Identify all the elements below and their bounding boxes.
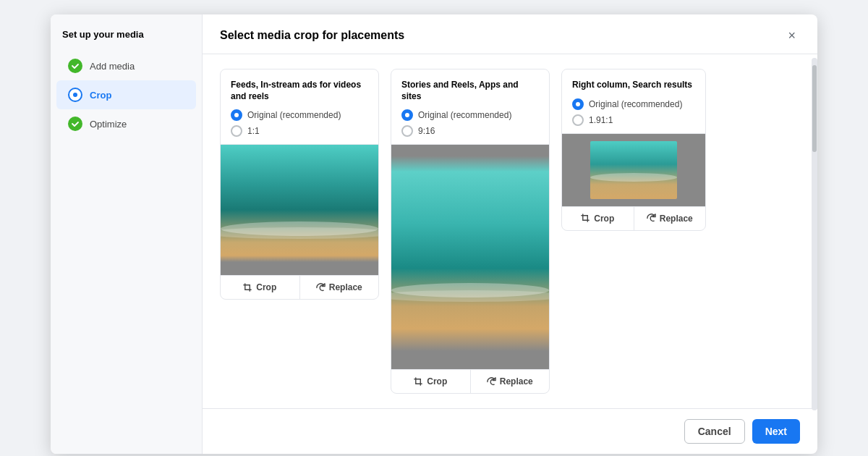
dialog-header: Select media crop for placements × [203, 14, 817, 54]
crop-icon-stories [414, 377, 423, 387]
wave-stories-2 [391, 290, 549, 302]
panel-feeds-option-original-label: Original (recommended) [247, 110, 341, 120]
dialog-title: Select media crop for placements [220, 29, 404, 42]
dialog-body: Select media crop for placements × Feeds… [203, 14, 817, 454]
dialog-footer: Cancel Next [203, 408, 817, 454]
add-media-step-icon [68, 59, 82, 73]
crop-icon-right [581, 214, 590, 223]
panel-stories-header: Stories and Reels, Apps and sites Origin… [391, 69, 549, 145]
panel-feeds-actions: Crop Replace [221, 275, 378, 299]
panel-stories-actions: Crop Replace [391, 369, 549, 393]
cancel-button[interactable]: Cancel [684, 419, 745, 444]
radio-9-16-indicator [401, 125, 413, 137]
sidebar-item-add-media-label: Add media [90, 61, 135, 72]
panel-stories-radio-group: Original (recommended) 9:16 [401, 109, 539, 137]
panel-stories-replace-label: Replace [500, 376, 533, 387]
beach-bg-feeds [221, 145, 378, 275]
panel-right-column-header: Right column, Search results Original (r… [562, 69, 705, 134]
radio-stories-original-indicator [401, 109, 413, 121]
panel-right-column-image-wrapper [562, 134, 705, 206]
panel-right-column-option-original-label: Original (recommended) [589, 99, 682, 109]
close-button[interactable]: × [783, 28, 800, 43]
wave2-1 [221, 227, 378, 239]
panel-feeds-radio-group: Original (recommended) 1:1 [231, 109, 368, 137]
panel-feeds-crop-button[interactable]: Crop [221, 276, 300, 299]
sidebar-item-crop[interactable]: Crop [56, 80, 196, 109]
panel-feeds-option-1-1[interactable]: 1:1 [231, 125, 368, 137]
panel-right-column-image [590, 141, 677, 199]
panel-stories-option-original-label: Original (recommended) [418, 110, 511, 120]
panel-right-column: Right column, Search results Original (r… [561, 69, 706, 231]
sidebar-title: Set up your media [51, 29, 202, 51]
placement-panels: Feeds, In-stream ads for videos and reel… [203, 54, 817, 408]
panel-feeds-option-original[interactable]: Original (recommended) [231, 109, 368, 121]
sidebar-item-optimize[interactable]: Optimize [56, 109, 196, 138]
setup-sidebar: Set up your media Add media Crop [51, 14, 203, 454]
panel-stories-option-original[interactable]: Original (recommended) [401, 109, 539, 121]
panel-stories-title: Stories and Reels, Apps and sites [401, 80, 539, 102]
panel-stories-crop-label: Crop [427, 376, 447, 387]
panel-right-column-replace-label: Replace [660, 214, 693, 224]
panel-right-column-option-original[interactable]: Original (recommended) [572, 98, 695, 110]
panel-feeds-title: Feeds, In-stream ads for videos and reel… [231, 80, 368, 102]
panel-feeds-replace-label: Replace [329, 282, 362, 292]
panel-feeds-crop-label: Crop [256, 282, 276, 292]
replace-icon-stories [487, 377, 496, 387]
panel-right-column-title: Right column, Search results [572, 80, 695, 91]
replace-icon [316, 283, 326, 292]
panel-right-column-radio-group: Original (recommended) 1.91:1 [572, 98, 695, 126]
next-button[interactable]: Next [752, 419, 800, 444]
radio-right-original-indicator [572, 98, 584, 110]
modal: Set up your media Add media Crop [51, 14, 817, 454]
panel-stories-replace-button[interactable]: Replace [471, 370, 550, 393]
panel-right-column-replace-button[interactable]: Replace [634, 207, 706, 230]
radio-original-indicator [231, 109, 242, 121]
optimize-step-icon [68, 117, 82, 131]
panel-stories-option-9-16-label: 9:16 [418, 126, 435, 136]
panel-right-column-actions: Crop Replace [562, 206, 705, 230]
panel-feeds-header: Feeds, In-stream ads for videos and reel… [221, 69, 378, 145]
radio-1-1-indicator [231, 125, 242, 137]
crop-step-icon [68, 88, 82, 102]
panel-right-column-crop-label: Crop [594, 214, 614, 224]
panel-right-column-option-191-label: 1.91:1 [589, 115, 613, 125]
scrollbar[interactable] [812, 58, 817, 410]
radio-191-indicator [572, 114, 584, 126]
panel-right-column-option-191[interactable]: 1.91:1 [572, 114, 695, 126]
sidebar-item-add-media[interactable]: Add media [56, 51, 196, 80]
panel-feeds-option-1-1-label: 1:1 [247, 126, 260, 136]
panel-stories: Stories and Reels, Apps and sites Origin… [391, 69, 550, 394]
sidebar-item-crop-label: Crop [90, 90, 111, 101]
panel-right-column-crop-button[interactable]: Crop [562, 207, 634, 230]
beach-bg-right [590, 141, 677, 199]
wave-right [590, 173, 677, 182]
replace-icon-right [647, 214, 656, 223]
panel-stories-image [391, 145, 549, 369]
scrollbar-thumb [812, 65, 817, 152]
panel-stories-option-9-16[interactable]: 9:16 [401, 125, 539, 137]
crop-icon [243, 283, 252, 292]
sidebar-item-optimize-label: Optimize [90, 119, 127, 130]
svg-point-0 [73, 93, 77, 97]
panel-stories-crop-button[interactable]: Crop [391, 370, 471, 393]
panel-feeds-replace-button[interactable]: Replace [300, 276, 379, 299]
panel-feeds-image [221, 145, 378, 275]
panel-feeds: Feeds, In-stream ads for videos and reel… [220, 69, 379, 300]
beach-bg-stories [391, 145, 549, 369]
